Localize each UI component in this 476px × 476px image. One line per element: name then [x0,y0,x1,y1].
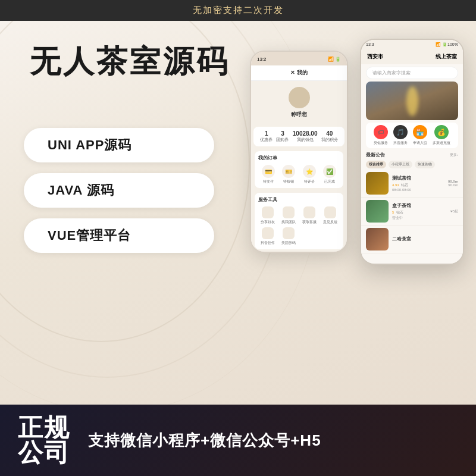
tools-grid: 分享好友 找我团队 获取客服 意见反馈 [258,206,340,246]
tool-meituan: 美团券码 [279,227,298,246]
front-time: 13:3 [366,42,374,47]
back-profile: 称呼您 [251,81,347,124]
main-area: 无人茶室源码 UNI APP源码 JAVA 源码 VUE管理平台 13:2 📶 … [0,21,476,425]
main-title: 无人茶室源码 [30,45,230,79]
tool-service: 获取客服 [300,206,319,225]
tea-info-1: 盒子茶馆 5 钻石 营业中 [392,202,450,221]
tea-list-item-2[interactable]: 二哈茶室 [361,226,463,253]
pill-java[interactable]: JAVA 源码 [24,173,214,208]
tea-thumb-2 [366,228,389,250]
stat-group: 3 团购券 [276,130,289,143]
tea-list-item-0[interactable]: 测试茶馆 4.93 钻石 08:00-08:00 90.0m 90.0m [361,170,463,198]
stat-points: 40 我的积分 [321,130,338,143]
pill-uni-app[interactable]: UNI APP源码 [24,128,214,162]
order-section: 我的订单 💳 待支付 🎫 待核销 ⭐ 待评价 [255,151,343,188]
front-title: 线上茶室 [436,53,457,61]
tea-price-0: 90.0m 90.0m [448,180,458,187]
back-status-time: 13:2 [257,57,267,62]
filter-tabs: 综合排序 小程序上线 快速购物 [361,159,463,170]
company-badge: 正规 公司 [18,415,70,465]
tool-team: 找我团队 [279,206,298,225]
company-line1: 正规 [18,415,70,440]
tools-section: 服务工具 分享好友 找我团队 获取客服 [255,193,343,249]
stat-wallet: 10028.00 我的钱包 [293,130,318,143]
front-status-icons: 📶 🔋100% [436,42,458,47]
phone-front-screen: 13:3 📶 🔋100% 西安市 线上茶室 请输入商家字搜索 🏷 类似 [361,40,463,264]
phone-back-screen: 13:2 📶 🔋 ✕ 我的 称呼您 1 优惠券 [251,52,347,252]
order-pending-verify: 🎫 待核销 [282,165,295,184]
front-header: 西安市 线上茶室 [361,49,463,64]
search-bar[interactable]: 请输入商家字搜索 [366,67,458,79]
title-section: 无人茶室源码 [30,45,230,79]
tools-title: 服务工具 [258,196,340,203]
order-pending-pay: 💳 待支付 [262,165,275,184]
hero-image [366,82,458,120]
tea-price-1: ¥5起 [450,209,458,214]
back-status-icons: 📶 🔋 [328,57,341,62]
quick-icon-1[interactable]: 🏷 类似服务 [374,125,388,146]
quick-icon-4[interactable]: 💰 多渠道充值 [433,125,450,146]
stats-row: 1 优惠券 3 团购券 10028.00 我的钱包 40 我的积分 [253,127,345,146]
tea-info-2: 二哈茶室 [392,236,458,243]
section-title-row: 最新公告 更多› [361,151,463,159]
company-line2: 公司 [18,440,70,465]
tool-share: 分享好友 [258,206,277,225]
front-status-bar: 13:3 📶 🔋100% [361,40,463,49]
hero-light [406,86,418,116]
phone-back-nav: ✕ 我的 [251,65,347,81]
phone-back-header: 13:2 📶 🔋 [251,52,347,65]
filter-tab-2[interactable]: 快速购物 [415,161,435,168]
tool-feedback: 意见反馈 [321,206,340,225]
back-nav-title: 我的 [297,70,308,76]
filter-tab-0[interactable]: 综合排序 [366,161,386,168]
feature-pills: UNI APP源码 JAVA 源码 VUE管理平台 [24,128,214,253]
order-icons: 💳 待支付 🎫 待核销 ⭐ 待评价 ✅ 已完 [258,165,340,184]
order-title: 我的订单 [258,155,340,161]
quick-icon-2[interactable]: 🎵 抖音服务 [393,125,408,146]
tool-douyin: 抖音挂件 [258,227,277,246]
bottom-section: 正规 公司 支持微信小程序+微信公众号+H5 [0,405,476,476]
front-location: 西安市 [367,53,383,61]
top-banner: 无加密支持二次开发 [0,0,476,21]
order-completed: ✅ 已完成 [323,165,336,184]
phones-container: 13:2 📶 🔋 ✕ 我的 称呼您 1 优惠券 [250,33,464,425]
back-close-icon: ✕ [290,70,295,76]
promo-section-label: 最新公告 [366,152,385,158]
hero-banner [366,82,458,120]
filter-tab-1[interactable]: 小程序上线 [389,161,412,168]
more-link[interactable]: 更多› [450,152,458,158]
pill-vue[interactable]: VUE管理平台 [24,218,214,253]
quick-icon-3[interactable]: 🏪 申请入驻 [413,125,427,146]
phone-back: 13:2 📶 🔋 ✕ 我的 称呼您 1 优惠券 [250,51,348,253]
tea-thumb-0 [366,172,389,195]
support-text: 支持微信小程序+微信公众号+H5 [88,430,321,451]
quick-icons: 🏷 类似服务 🎵 抖音服务 🏪 申请入驻 💰 多渠道充值 [366,123,458,148]
tea-thumb-1 [366,200,389,223]
stat-coupons: 1 优惠券 [260,130,273,143]
order-pending-review: ⭐ 待评价 [303,165,316,184]
profile-name: 称呼您 [256,111,342,118]
avatar [289,87,310,108]
phone-front: 13:3 📶 🔋100% 西安市 线上茶室 请输入商家字搜索 🏷 类似 [360,39,464,265]
tea-info-0: 测试茶馆 4.93 钻石 08:00-08:00 [392,175,448,192]
tea-list-item-1[interactable]: 盒子茶馆 5 钻石 营业中 ¥5起 [361,198,463,226]
